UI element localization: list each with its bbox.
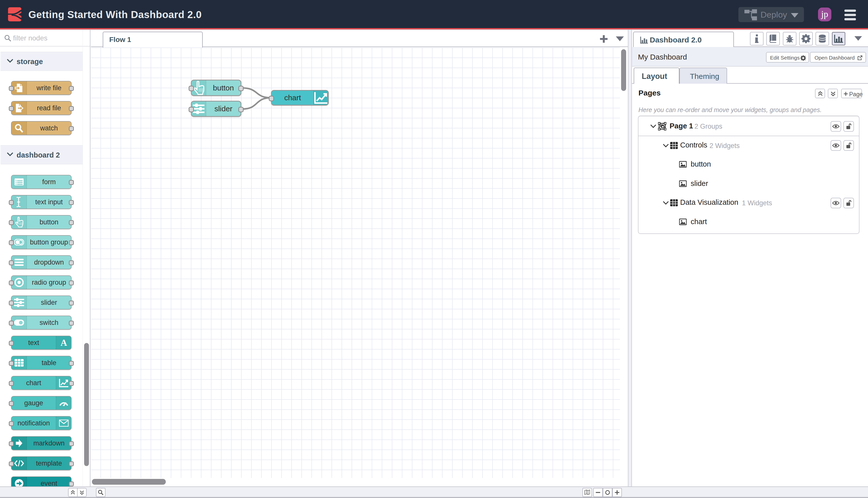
svg-text:A: A xyxy=(61,339,67,347)
